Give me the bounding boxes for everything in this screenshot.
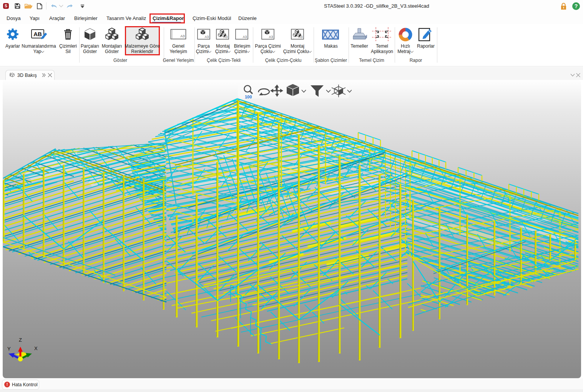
svg-text:Y: Y	[7, 346, 11, 352]
svg-text:A3: A3	[205, 35, 209, 39]
svg-text:Z: Z	[19, 337, 22, 343]
svg-text:AB: AB	[33, 31, 42, 37]
svg-text:A3: A3	[269, 35, 273, 39]
svg-text:A3: A3	[243, 35, 247, 39]
svg-text:100: 100	[245, 95, 252, 99]
svg-text:A3: A3	[180, 34, 184, 38]
svg-text:X: X	[34, 345, 38, 351]
